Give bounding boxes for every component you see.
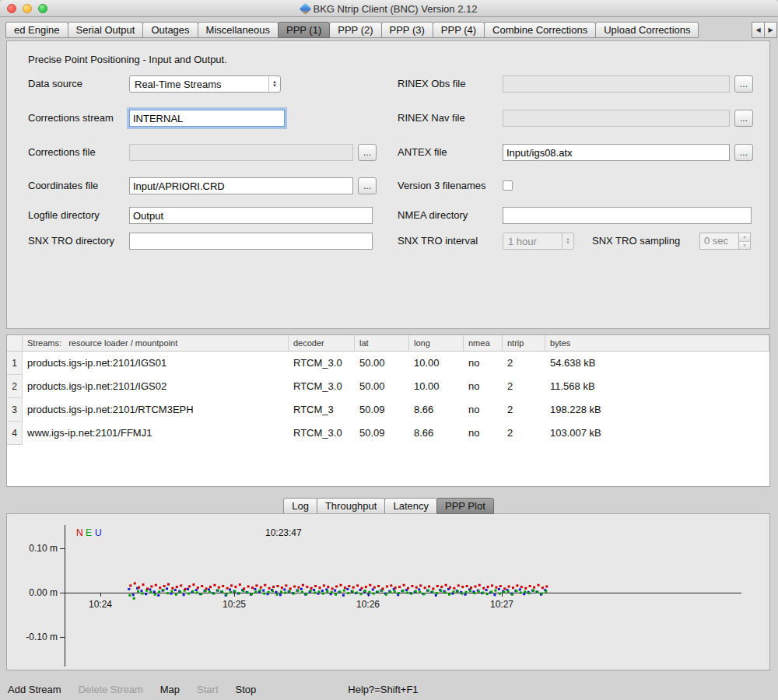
tab-scroll-right-icon[interactable]: ▶ bbox=[764, 22, 777, 38]
panel-description: Precise Point Positioning - Input and Ou… bbox=[28, 54, 227, 65]
svg-text:10:24: 10:24 bbox=[89, 599, 112, 610]
add-stream-button[interactable]: Add Stream bbox=[8, 684, 61, 695]
cell-lat: 50.00 bbox=[355, 375, 409, 398]
coordinates-file-input[interactable] bbox=[129, 177, 353, 194]
corrections-file-browse-button[interactable]: ... bbox=[358, 144, 377, 161]
rinex-obs-browse-button[interactable]: ... bbox=[734, 75, 753, 93]
snx-tro-sampling-spinner[interactable]: 0 sec ▲▼ bbox=[699, 233, 751, 250]
column-header-bytes[interactable]: bytes bbox=[545, 335, 769, 351]
corrections-stream-label: Corrections stream bbox=[28, 112, 114, 124]
data-source-value: Real-Time Streams bbox=[130, 79, 268, 90]
app-window: BKG Ntrip Client (BNC) Version 2.12 ed E… bbox=[0, 0, 778, 700]
rinex-obs-file-input[interactable] bbox=[503, 75, 730, 93]
corrections-file-input[interactable] bbox=[129, 144, 353, 161]
bottom-tab-ppp-plot[interactable]: PPP Plot bbox=[436, 498, 494, 514]
cell-ntrip: 2 bbox=[503, 375, 545, 398]
tab-ppp-4[interactable]: PPP (4) bbox=[433, 22, 485, 38]
row-number: 2 bbox=[7, 375, 23, 398]
snx-tro-interval-value: 1 hour bbox=[503, 236, 562, 247]
tab-ppp-2[interactable]: PPP (2) bbox=[329, 22, 381, 38]
cell-nmea: no bbox=[464, 422, 503, 445]
coordinates-file-browse-button[interactable]: ... bbox=[358, 177, 377, 194]
cell-bytes: 11.568 kB bbox=[545, 375, 769, 398]
zoom-button[interactable] bbox=[38, 4, 47, 13]
logfile-directory-input[interactable] bbox=[129, 207, 373, 224]
rinex-nav-file-input[interactable] bbox=[503, 110, 730, 127]
svg-text:E: E bbox=[86, 527, 92, 538]
svg-text:N: N bbox=[76, 527, 83, 538]
snx-tro-sampling-label: SNX TRO sampling bbox=[592, 235, 680, 247]
tab-miscellaneous[interactable]: Miscellaneous bbox=[198, 22, 279, 38]
cell-long: 8.66 bbox=[409, 398, 464, 422]
antex-file-label: ANTEX file bbox=[398, 146, 447, 158]
table-row[interactable]: 1products.igs-ip.net:2101/IGS01RTCM_3.05… bbox=[7, 352, 769, 375]
column-header-lat[interactable]: lat bbox=[355, 335, 409, 351]
rinex-nav-browse-button[interactable]: ... bbox=[734, 110, 753, 127]
bottom-tab-log[interactable]: Log bbox=[283, 498, 317, 514]
rinex-obs-file-label: RINEX Obs file bbox=[398, 78, 465, 89]
data-source-select[interactable]: Real-Time Streams ▲▼ bbox=[129, 75, 281, 93]
help-button[interactable]: Help?=Shift+F1 bbox=[348, 684, 418, 695]
cell-decoder: RTCM_3.0 bbox=[289, 375, 355, 398]
column-header-mountpoint[interactable]: Streams: resource loader / mountpoint bbox=[23, 335, 289, 351]
tab-upload-corrections[interactable]: Upload Corrections bbox=[595, 22, 699, 38]
antex-file-browse-button[interactable]: ... bbox=[734, 144, 753, 161]
cell-lat: 50.00 bbox=[355, 352, 409, 375]
column-header-decoder[interactable]: decoder bbox=[289, 335, 355, 351]
svg-text:U: U bbox=[95, 527, 102, 538]
table-row[interactable]: 2products.igs-ip.net:2101/IGS02RTCM_3.05… bbox=[7, 375, 769, 398]
bottom-tab-bar: LogThroughputLatencyPPP Plot bbox=[0, 498, 778, 514]
cell-mountpoint: products.igs-ip.net:2101/IGS02 bbox=[23, 375, 289, 398]
cell-long: 10.00 bbox=[409, 375, 464, 398]
tab-ed-engine[interactable]: ed Engine bbox=[5, 22, 68, 38]
tab-bar: ed EngineSerial OutputOutagesMiscellaneo… bbox=[6, 22, 777, 38]
data-source-label: Data source bbox=[28, 78, 82, 89]
tab-serial-output[interactable]: Serial Output bbox=[68, 22, 144, 38]
close-button[interactable] bbox=[7, 4, 16, 13]
snx-tro-interval-select[interactable]: 1 hour ▲▼ bbox=[503, 233, 574, 250]
version3-filenames-label: Version 3 filenames bbox=[398, 180, 485, 191]
stop-button[interactable]: Stop bbox=[236, 684, 257, 695]
window-title: BKG Ntrip Client (BNC) Version 2.12 bbox=[314, 1, 478, 17]
tab-scroll-left-icon[interactable]: ◀ bbox=[752, 22, 765, 38]
ppp-plot-panel: 0.10 m0.00 m-0.10 m10:2410:2510:2610:27N… bbox=[6, 513, 770, 670]
cell-nmea: no bbox=[464, 352, 503, 375]
app-icon bbox=[299, 2, 311, 15]
rinex-nav-file-label: RINEX Nav file bbox=[398, 112, 465, 124]
antex-file-input[interactable] bbox=[503, 144, 730, 161]
table-row[interactable]: 3products.igs-ip.net:2101/RTCM3EPHRTCM_3… bbox=[7, 398, 769, 422]
spinner-arrows-icon[interactable]: ▲▼ bbox=[738, 233, 750, 249]
cell-mountpoint: products.igs-ip.net:2101/IGS01 bbox=[23, 352, 289, 375]
ppp-plot-chart: 0.10 m0.00 m-0.10 m10:2410:2510:2610:27N… bbox=[7, 514, 769, 670]
tab-outages[interactable]: Outages bbox=[142, 22, 198, 38]
table-row[interactable]: 4www.igs-ip.net:2101/FFMJ1RTCM_3.050.098… bbox=[7, 422, 769, 445]
column-header-nmea[interactable]: nmea bbox=[464, 335, 503, 351]
cell-nmea: no bbox=[464, 398, 503, 422]
bottom-tab-latency[interactable]: Latency bbox=[384, 498, 437, 514]
coordinates-file-label: Coordinates file bbox=[28, 180, 98, 191]
tab-ppp-3[interactable]: PPP (3) bbox=[381, 22, 433, 38]
nmea-directory-input[interactable] bbox=[503, 207, 752, 224]
bottom-bar: Add StreamDelete StreamMapStartStop Help… bbox=[0, 678, 778, 700]
version3-filenames-checkbox[interactable] bbox=[503, 180, 513, 191]
column-header-ntrip[interactable]: ntrip bbox=[503, 335, 545, 351]
svg-text:10:27: 10:27 bbox=[490, 599, 513, 610]
column-header-long[interactable]: long bbox=[409, 335, 464, 351]
traffic-lights bbox=[7, 4, 47, 13]
cell-decoder: RTCM_3.0 bbox=[289, 352, 355, 375]
cell-nmea: no bbox=[464, 375, 503, 398]
svg-text:-0.10 m: -0.10 m bbox=[26, 632, 58, 642]
tab-combine-corrections[interactable]: Combine Corrections bbox=[484, 22, 596, 38]
map-button[interactable]: Map bbox=[160, 684, 180, 695]
bottom-bar-buttons: Add StreamDelete StreamMapStartStop bbox=[0, 684, 256, 695]
cell-lat: 50.09 bbox=[355, 398, 409, 422]
tab-ppp-1[interactable]: PPP (1) bbox=[278, 22, 330, 38]
snx-tro-directory-input[interactable] bbox=[129, 233, 373, 250]
minimize-button[interactable] bbox=[23, 4, 32, 13]
start-button: Start bbox=[197, 684, 218, 695]
cell-mountpoint: www.igs-ip.net:2101/FFMJ1 bbox=[23, 422, 289, 445]
snx-tro-interval-label: SNX TRO interval bbox=[398, 235, 478, 247]
bottom-tab-throughput[interactable]: Throughput bbox=[317, 498, 386, 514]
corrections-stream-input[interactable] bbox=[129, 110, 285, 127]
cell-lat: 50.09 bbox=[355, 422, 409, 445]
